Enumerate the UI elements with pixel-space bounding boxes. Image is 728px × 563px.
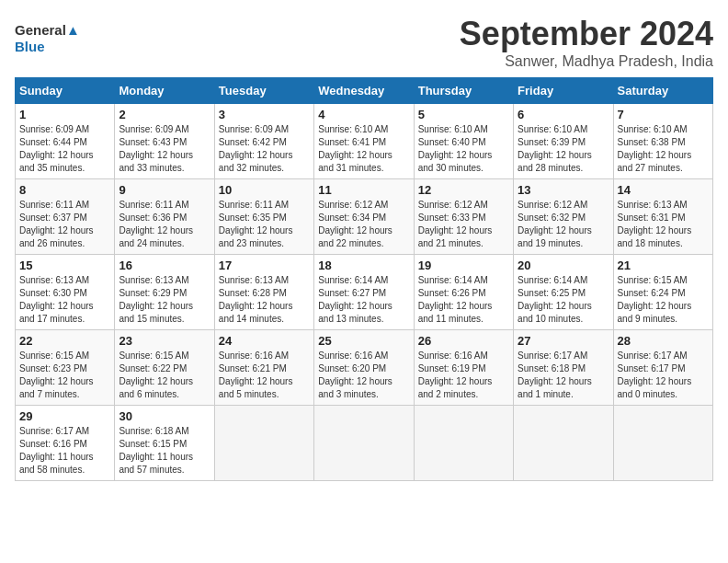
calendar-cell: 5 Sunrise: 6:10 AM Sunset: 6:40 PM Dayli… bbox=[414, 104, 513, 179]
calendar-cell: 14 Sunrise: 6:13 AM Sunset: 6:31 PM Dayl… bbox=[613, 179, 712, 255]
day-info: Sunrise: 6:17 AM Sunset: 6:16 PM Dayligh… bbox=[19, 425, 110, 477]
calendar-cell bbox=[214, 406, 313, 481]
weekday-header-monday: Monday bbox=[115, 78, 214, 104]
day-number: 24 bbox=[219, 334, 310, 348]
weekday-header-sunday: Sunday bbox=[16, 78, 115, 104]
calendar-cell: 9 Sunrise: 6:11 AM Sunset: 6:36 PM Dayli… bbox=[115, 179, 214, 255]
calendar-cell: 7 Sunrise: 6:10 AM Sunset: 6:38 PM Dayli… bbox=[613, 104, 712, 179]
day-info: Sunrise: 6:15 AM Sunset: 6:22 PM Dayligh… bbox=[119, 350, 210, 401]
calendar-cell bbox=[613, 406, 712, 481]
weekday-header-wednesday: Wednesday bbox=[314, 78, 414, 104]
day-number: 25 bbox=[318, 334, 409, 348]
calendar-cell: 21 Sunrise: 6:15 AM Sunset: 6:24 PM Dayl… bbox=[613, 255, 712, 330]
day-info: Sunrise: 6:12 AM Sunset: 6:34 PM Dayligh… bbox=[318, 199, 409, 250]
calendar-cell bbox=[414, 406, 513, 481]
calendar-table: SundayMondayTuesdayWednesdayThursdayFrid… bbox=[15, 77, 713, 481]
calendar-cell: 8 Sunrise: 6:11 AM Sunset: 6:37 PM Dayli… bbox=[16, 179, 115, 255]
calendar-cell: 19 Sunrise: 6:14 AM Sunset: 6:26 PM Dayl… bbox=[414, 255, 513, 330]
day-number: 15 bbox=[19, 259, 110, 272]
calendar-cell: 3 Sunrise: 6:09 AM Sunset: 6:42 PM Dayli… bbox=[214, 104, 313, 179]
day-number: 3 bbox=[219, 108, 310, 121]
calendar-cell bbox=[514, 406, 613, 481]
day-number: 27 bbox=[518, 334, 609, 348]
calendar-cell: 20 Sunrise: 6:14 AM Sunset: 6:25 PM Dayl… bbox=[514, 255, 613, 330]
day-number: 22 bbox=[19, 334, 110, 348]
day-info: Sunrise: 6:09 AM Sunset: 6:44 PM Dayligh… bbox=[19, 123, 110, 175]
day-info: Sunrise: 6:11 AM Sunset: 6:35 PM Dayligh… bbox=[219, 199, 310, 250]
day-info: Sunrise: 6:09 AM Sunset: 6:43 PM Dayligh… bbox=[119, 123, 210, 175]
day-info: Sunrise: 6:12 AM Sunset: 6:33 PM Dayligh… bbox=[418, 199, 509, 250]
title-area: September 2024 Sanwer, Madhya Pradesh, I… bbox=[460, 15, 713, 70]
day-info: Sunrise: 6:11 AM Sunset: 6:37 PM Dayligh… bbox=[19, 199, 110, 250]
day-info: Sunrise: 6:10 AM Sunset: 6:39 PM Dayligh… bbox=[518, 123, 609, 175]
day-number: 10 bbox=[219, 183, 310, 197]
calendar-cell: 10 Sunrise: 6:11 AM Sunset: 6:35 PM Dayl… bbox=[214, 179, 313, 255]
day-number: 11 bbox=[318, 183, 409, 197]
day-number: 12 bbox=[418, 183, 509, 197]
day-number: 30 bbox=[119, 409, 210, 423]
day-info: Sunrise: 6:12 AM Sunset: 6:32 PM Dayligh… bbox=[518, 199, 609, 250]
day-number: 29 bbox=[19, 409, 110, 423]
calendar-cell: 16 Sunrise: 6:13 AM Sunset: 6:29 PM Dayl… bbox=[115, 255, 214, 330]
weekday-header-friday: Friday bbox=[514, 78, 613, 104]
day-number: 7 bbox=[618, 108, 709, 121]
day-number: 18 bbox=[318, 259, 409, 272]
day-info: Sunrise: 6:16 AM Sunset: 6:21 PM Dayligh… bbox=[219, 350, 310, 401]
calendar-cell: 12 Sunrise: 6:12 AM Sunset: 6:33 PM Dayl… bbox=[414, 179, 513, 255]
day-number: 5 bbox=[418, 108, 509, 121]
calendar-cell: 23 Sunrise: 6:15 AM Sunset: 6:22 PM Dayl… bbox=[115, 330, 214, 406]
day-info: Sunrise: 6:17 AM Sunset: 6:17 PM Dayligh… bbox=[618, 350, 709, 401]
day-info: Sunrise: 6:09 AM Sunset: 6:42 PM Dayligh… bbox=[219, 123, 310, 175]
day-number: 21 bbox=[618, 259, 709, 272]
day-number: 23 bbox=[119, 334, 210, 348]
location-title: Sanwer, Madhya Pradesh, India bbox=[460, 53, 713, 70]
calendar-cell: 13 Sunrise: 6:12 AM Sunset: 6:32 PM Dayl… bbox=[514, 179, 613, 255]
day-number: 20 bbox=[518, 259, 609, 272]
calendar-cell: 25 Sunrise: 6:16 AM Sunset: 6:20 PM Dayl… bbox=[314, 330, 414, 406]
calendar-cell: 24 Sunrise: 6:16 AM Sunset: 6:21 PM Dayl… bbox=[214, 330, 313, 406]
day-info: Sunrise: 6:13 AM Sunset: 6:29 PM Dayligh… bbox=[119, 274, 210, 326]
day-number: 26 bbox=[418, 334, 509, 348]
weekday-header-thursday: Thursday bbox=[414, 78, 513, 104]
calendar-cell: 17 Sunrise: 6:13 AM Sunset: 6:28 PM Dayl… bbox=[214, 255, 313, 330]
day-number: 8 bbox=[19, 183, 110, 197]
calendar-cell: 2 Sunrise: 6:09 AM Sunset: 6:43 PM Dayli… bbox=[115, 104, 214, 179]
calendar-cell: 29 Sunrise: 6:17 AM Sunset: 6:16 PM Dayl… bbox=[16, 406, 115, 481]
logo: General▲ Blue bbox=[15, 22, 80, 55]
day-info: Sunrise: 6:11 AM Sunset: 6:36 PM Dayligh… bbox=[119, 199, 210, 250]
calendar-cell: 4 Sunrise: 6:10 AM Sunset: 6:41 PM Dayli… bbox=[314, 104, 414, 179]
day-info: Sunrise: 6:16 AM Sunset: 6:19 PM Dayligh… bbox=[418, 350, 509, 401]
day-number: 9 bbox=[119, 183, 210, 197]
day-info: Sunrise: 6:16 AM Sunset: 6:20 PM Dayligh… bbox=[318, 350, 409, 401]
calendar-cell: 30 Sunrise: 6:18 AM Sunset: 6:15 PM Dayl… bbox=[115, 406, 214, 481]
calendar-cell: 15 Sunrise: 6:13 AM Sunset: 6:30 PM Dayl… bbox=[16, 255, 115, 330]
day-info: Sunrise: 6:10 AM Sunset: 6:41 PM Dayligh… bbox=[318, 123, 409, 175]
day-info: Sunrise: 6:15 AM Sunset: 6:24 PM Dayligh… bbox=[618, 274, 709, 326]
calendar-cell: 18 Sunrise: 6:14 AM Sunset: 6:27 PM Dayl… bbox=[314, 255, 414, 330]
calendar-cell: 28 Sunrise: 6:17 AM Sunset: 6:17 PM Dayl… bbox=[613, 330, 712, 406]
day-number: 1 bbox=[19, 108, 110, 121]
day-info: Sunrise: 6:18 AM Sunset: 6:15 PM Dayligh… bbox=[119, 425, 210, 477]
day-info: Sunrise: 6:10 AM Sunset: 6:38 PM Dayligh… bbox=[618, 123, 709, 175]
calendar-cell: 6 Sunrise: 6:10 AM Sunset: 6:39 PM Dayli… bbox=[514, 104, 613, 179]
calendar-cell: 27 Sunrise: 6:17 AM Sunset: 6:18 PM Dayl… bbox=[514, 330, 613, 406]
day-info: Sunrise: 6:17 AM Sunset: 6:18 PM Dayligh… bbox=[518, 350, 609, 401]
calendar-cell bbox=[314, 406, 414, 481]
calendar-cell: 22 Sunrise: 6:15 AM Sunset: 6:23 PM Dayl… bbox=[16, 330, 115, 406]
day-number: 17 bbox=[219, 259, 310, 272]
calendar-cell: 26 Sunrise: 6:16 AM Sunset: 6:19 PM Dayl… bbox=[414, 330, 513, 406]
day-info: Sunrise: 6:10 AM Sunset: 6:40 PM Dayligh… bbox=[418, 123, 509, 175]
day-info: Sunrise: 6:13 AM Sunset: 6:31 PM Dayligh… bbox=[618, 199, 709, 250]
day-info: Sunrise: 6:13 AM Sunset: 6:30 PM Dayligh… bbox=[19, 274, 110, 326]
day-number: 14 bbox=[618, 183, 709, 197]
day-info: Sunrise: 6:14 AM Sunset: 6:25 PM Dayligh… bbox=[518, 274, 609, 326]
day-number: 6 bbox=[518, 108, 609, 121]
calendar-cell: 1 Sunrise: 6:09 AM Sunset: 6:44 PM Dayli… bbox=[16, 104, 115, 179]
weekday-header-tuesday: Tuesday bbox=[214, 78, 313, 104]
day-number: 4 bbox=[318, 108, 409, 121]
day-number: 13 bbox=[518, 183, 609, 197]
day-number: 19 bbox=[418, 259, 509, 272]
day-info: Sunrise: 6:15 AM Sunset: 6:23 PM Dayligh… bbox=[19, 350, 110, 401]
day-number: 28 bbox=[618, 334, 709, 348]
calendar-cell: 11 Sunrise: 6:12 AM Sunset: 6:34 PM Dayl… bbox=[314, 179, 414, 255]
